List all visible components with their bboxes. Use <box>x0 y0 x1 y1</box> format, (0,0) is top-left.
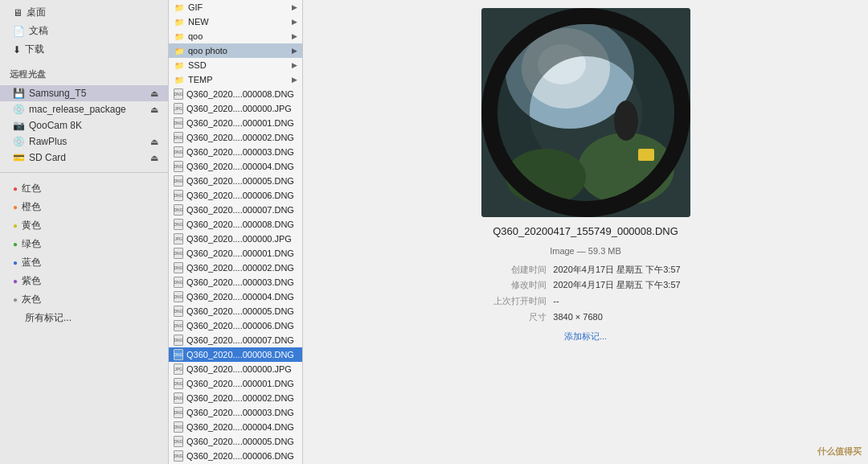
preview-meta: Image — 59.3 MB 创建时间 2020年4月17日 星期五 下午3:… <box>490 244 680 344</box>
sidebar-item-rawplus[interactable]: 💿 RawPlus ⏏ <box>0 133 168 150</box>
sidebar-item-desktop[interactable]: 🖥 桌面 <box>0 3 168 22</box>
file-item[interactable]: DNGQ360_2020....000006.DNG <box>169 188 302 203</box>
file-item[interactable]: DNGQ360_2020....000008.DNG <box>169 87 302 101</box>
samsung-t5-icon: 💾 <box>13 88 25 99</box>
folder-gif-arrow: ▶ <box>292 3 297 11</box>
dng-icon: DNG <box>174 175 183 187</box>
rawplus-eject-icon[interactable]: ⏏ <box>150 137 158 147</box>
folder-new[interactable]: 📁 NEW ▶ <box>169 14 302 29</box>
preview-type-size: Image — 59.3 MB <box>490 244 680 259</box>
file-item[interactable]: DNGQ360_2020....000005.DNG <box>169 434 302 449</box>
file-item[interactable]: DNGQ360_2020....000005.DNG <box>169 304 302 318</box>
dng-icon: DNG <box>174 407 183 418</box>
file-item[interactable]: DNGQ360_2020....000001.DNG <box>169 376 302 391</box>
dng-icon: DNG <box>174 248 183 259</box>
folder-new-arrow: ▶ <box>292 18 297 26</box>
desktop-icon: 🖥 <box>13 7 23 18</box>
folder-ssd-icon: 📁 <box>174 60 185 71</box>
downloads-icon: ⬇ <box>13 44 21 55</box>
sidebar-item-all-tags[interactable]: 所有标记... <box>0 309 168 327</box>
folder-qoo-icon: 📁 <box>174 31 185 42</box>
svg-rect-8 <box>638 149 654 161</box>
mac-release-eject-icon[interactable]: ⏏ <box>150 105 158 115</box>
dng-icon: DNG <box>174 262 183 273</box>
folder-qoo-photo[interactable]: 📁 qoo photo ▶ <box>169 43 302 58</box>
dng-icon: DNG <box>174 335 183 346</box>
folder-qoo-arrow: ▶ <box>292 32 297 40</box>
add-tag-link[interactable]: 添加标记... <box>564 331 607 341</box>
file-item[interactable]: DNGQ360_2020....000002.DNG <box>169 261 302 275</box>
file-list-panel: 📁 GIF ▶ 📁 NEW ▶ 📁 qoo ▶ 📁 qoo photo ▶ 📁 … <box>169 0 303 464</box>
jpg-icon: JPG <box>174 103 183 114</box>
file-item[interactable]: DNGQ360_2020....000003.DNG <box>169 145 302 159</box>
file-item[interactable]: DNGQ360_2020....000008.DNG <box>169 217 302 232</box>
dng-icon: DNG <box>174 421 183 433</box>
file-item[interactable]: DNGQ360_2020....000004.DNG <box>169 159 302 174</box>
sidebar-item-blue[interactable]: ● 蓝色 <box>0 253 168 272</box>
sidebar-item-red[interactable]: ● 红色 <box>0 179 168 198</box>
file-item[interactable]: DNGQ360_2020....000004.DNG <box>169 289 302 304</box>
watermark: 什么值得买 <box>817 446 862 458</box>
file-item[interactable]: JPGQ360_2020....000000.JPG <box>169 232 302 246</box>
preview-image-container <box>481 8 690 217</box>
dimensions-value: 3840 × 7680 <box>553 310 680 325</box>
documents-icon: 📄 <box>13 26 25 37</box>
orange-tag-icon: ● <box>13 203 18 211</box>
created-label: 创建时间 <box>490 262 547 277</box>
tag-link-container: 添加标记... <box>490 329 680 344</box>
dng-icon: DNG <box>174 88 183 100</box>
file-item[interactable]: DNGQ360_2020....000001.DNG <box>169 116 302 130</box>
dng-icon: DNG <box>174 450 183 462</box>
file-item[interactable]: JPGQ360_2020....000000.JPG <box>169 362 302 376</box>
yellow-tag-icon: ● <box>13 221 18 230</box>
folder-gif-icon: 📁 <box>174 2 185 13</box>
sidebar-item-sdcard[interactable]: 💳 SD Card ⏏ <box>0 150 168 166</box>
jpg-icon: JPG <box>174 233 183 244</box>
sidebar-item-gray[interactable]: ● 灰色 <box>0 290 168 309</box>
jpg-icon: JPG <box>174 363 183 375</box>
sidebar-item-mac-release[interactable]: 💿 mac_release_package ⏏ <box>0 101 168 117</box>
sdcard-icon: 💳 <box>13 152 25 163</box>
sidebar-item-yellow[interactable]: ● 黄色 <box>0 216 168 235</box>
samsung-t5-eject-icon[interactable]: ⏏ <box>150 88 158 99</box>
purple-tag-icon: ● <box>13 277 18 285</box>
file-item[interactable]: DNGQ360_2020....000003.DNG <box>169 405 302 420</box>
sidebar-item-qoocam8k[interactable]: 📷 QooCam 8K <box>0 117 168 133</box>
sidebar-item-downloads[interactable]: ⬇ 下载 <box>0 40 168 59</box>
file-item[interactable]: DNGQ360_2020....000006.DNG <box>169 318 302 333</box>
preview-panel: Q360_20200417_155749_000008.DNG Image — … <box>303 0 868 464</box>
last-open-label: 上次打开时间 <box>490 294 547 309</box>
dng-icon: DNG <box>174 146 183 158</box>
file-item[interactable]: DNGQ360_2020....000001.DNG <box>169 246 302 261</box>
sidebar-item-purple[interactable]: ● 紫色 <box>0 272 168 290</box>
folder-temp[interactable]: 📁 TEMP ▶ <box>169 72 302 87</box>
file-item[interactable]: DNGQ360_2020....000006.DNG <box>169 449 302 463</box>
sidebar-item-samsung-t5[interactable]: 💾 Samsung_T5 ⏏ <box>0 85 168 101</box>
sdcard-eject-icon[interactable]: ⏏ <box>150 153 158 163</box>
created-value: 2020年4月17日 星期五 下午3:57 <box>553 262 680 277</box>
file-item[interactable]: JPGQ360_2020....000000.JPG <box>169 101 302 116</box>
file-item[interactable]: DNGQ360_2020....000002.DNG <box>169 130 302 145</box>
dimensions-label: 尺寸 <box>490 310 547 325</box>
file-item[interactable]: DNGQ360_2020....000002.DNG <box>169 391 302 405</box>
dng-icon: DNG <box>174 392 183 404</box>
folder-qoo[interactable]: 📁 qoo ▶ <box>169 29 302 43</box>
file-item[interactable]: DNGQ360_2020....000004.DNG <box>169 420 302 434</box>
file-item[interactable]: DNGQ360_2020....000007.DNG <box>169 203 302 217</box>
sidebar-divider <box>0 172 168 173</box>
file-item-selected[interactable]: DNG Q360_2020....000008.DNG <box>169 347 302 362</box>
mac-release-icon: 💿 <box>13 104 25 115</box>
modified-label: 修改时间 <box>490 277 547 293</box>
file-item[interactable]: DNGQ360_2020....000005.DNG <box>169 174 302 188</box>
folder-ssd[interactable]: 📁 SSD ▶ <box>169 58 302 72</box>
folder-gif[interactable]: 📁 GIF ▶ <box>169 0 302 14</box>
sidebar-drives-section: 💾 Samsung_T5 ⏏ 💿 mac_release_package ⏏ 📷… <box>0 82 168 169</box>
dng-icon: DNG <box>174 219 183 230</box>
sidebar-item-green[interactable]: ● 绿色 <box>0 235 168 253</box>
file-item[interactable]: DNGQ360_2020....000003.DNG <box>169 275 302 289</box>
file-item[interactable]: DNGQ360_2020....000007.DNG <box>169 333 302 347</box>
sidebar-item-orange[interactable]: ● 橙色 <box>0 198 168 216</box>
sidebar-item-documents[interactable]: 📄 文稿 <box>0 22 168 40</box>
dng-icon: DNG <box>174 320 183 331</box>
dng-icon: DNG <box>174 436 183 447</box>
